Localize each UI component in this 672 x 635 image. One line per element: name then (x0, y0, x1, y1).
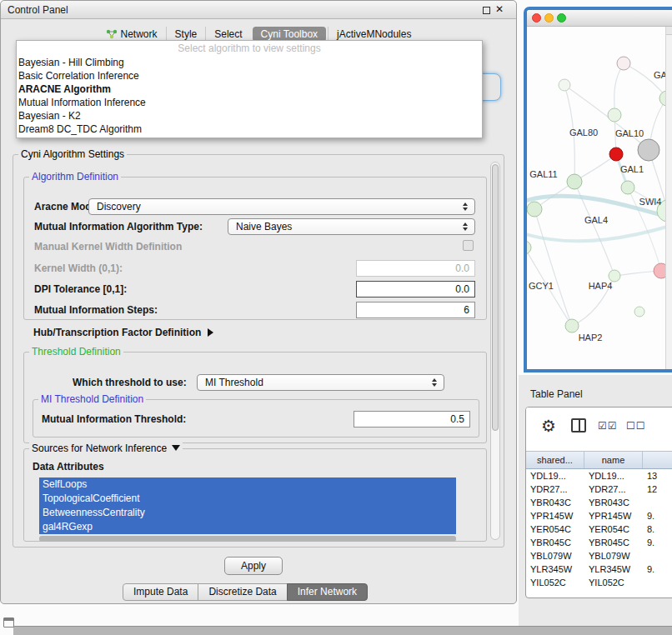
network-node[interactable] (527, 241, 531, 254)
cell-value (643, 549, 672, 562)
data-attributes-list: SelfLoops TopologicalCoefficient Between… (39, 478, 456, 534)
algorithm-option[interactable]: Bayesian - K2 (17, 109, 482, 122)
algorithm-option[interactable]: Basic Correlation Inference (17, 69, 482, 82)
tab-discretize-data[interactable]: Discretize Data (198, 583, 287, 601)
network-edge[interactable] (614, 63, 624, 115)
cell-name: YLR345W (584, 562, 643, 576)
close-icon[interactable]: ✕ (495, 3, 504, 15)
network-window-titlebar[interactable] (527, 10, 672, 27)
list-horizontal-scrollbar[interactable] (39, 536, 456, 542)
network-node[interactable] (634, 307, 644, 317)
column-header-shared-name[interactable]: shared... (526, 452, 584, 468)
table-row[interactable]: YBR045C YBR045C 9. (526, 536, 672, 549)
manual-kernel-checkbox[interactable] (463, 240, 474, 251)
network-node-label: GCY1 (529, 281, 554, 291)
attribute-item-selected[interactable]: BetweennessCentrality (39, 506, 456, 520)
sources-group: Sources for Network Inference Data Attri… (23, 448, 487, 542)
network-node-label: GAL10 (615, 128, 644, 138)
cell-value (643, 496, 672, 509)
columns-icon[interactable] (571, 418, 586, 432)
network-node[interactable] (617, 57, 630, 70)
mi-threshold-label: Mutual Information Threshold: (42, 413, 186, 425)
algorithm-option[interactable]: Mutual Information Inference (17, 96, 482, 109)
bottom-divider-bar[interactable] (13, 626, 672, 635)
algorithm-option[interactable]: Dream8 DC_TDC Algorithm (17, 122, 482, 136)
mi-steps-input[interactable]: 6 (356, 302, 475, 318)
combo-arrows-icon (459, 202, 472, 211)
cell-shared-name: YPR145W (526, 509, 584, 522)
hub-definition-toggle[interactable]: Hub/Transcription Factor Definition (33, 327, 213, 338)
network-node[interactable] (621, 181, 634, 194)
mi-steps-label: Mutual Information Steps: (34, 304, 158, 316)
algorithm-definition-group: Algorithm Definition Aracne Mode: Discov… (23, 177, 487, 320)
panel-restore-icon[interactable] (3, 618, 14, 628)
tab-label: Style (175, 28, 198, 40)
mi-threshold-input[interactable]: 0.5 (354, 411, 470, 428)
tab-impute-data[interactable]: Impute Data (123, 583, 198, 601)
attribute-item-selected[interactable]: SelfLoops (39, 478, 456, 492)
sources-toggle[interactable]: Sources for Network Inference (29, 442, 183, 454)
table-row[interactable]: YPR145W YPR145W 9. (526, 509, 672, 522)
network-node[interactable] (527, 202, 542, 217)
table-row[interactable]: YBL079W YBL079W (526, 549, 672, 562)
apply-button[interactable]: Apply (224, 557, 283, 575)
mac-minimize-button[interactable] (544, 13, 554, 22)
column-header-partial[interactable] (643, 452, 672, 468)
attribute-item-selected[interactable]: TopologicalCoefficient (39, 492, 456, 506)
deselect-all-icon[interactable]: ☐☐ (626, 420, 646, 432)
tab-infer-network[interactable]: Infer Network (287, 583, 368, 601)
mi-algorithm-type-select[interactable]: Naive Bayes (228, 218, 475, 235)
kernel-width-label: Kernel Width (0,1): (34, 262, 123, 274)
network-edge[interactable] (564, 85, 649, 150)
network-edge[interactable] (534, 209, 572, 326)
network-node-label: GAL4 (584, 215, 608, 225)
settings-scrollbar-thumb[interactable] (492, 164, 499, 431)
algorithm-option[interactable]: ARACNE Algorithm (17, 82, 482, 96)
data-attributes-label: Data Attributes (33, 461, 104, 472)
dpi-tolerance-input[interactable]: 0.0 (356, 281, 475, 298)
network-node[interactable] (608, 108, 621, 122)
table-row[interactable]: YDL19... YDL19... 13 (526, 469, 672, 482)
aracne-mode-select[interactable]: Discovery (88, 198, 475, 215)
combo-arrows-icon (459, 222, 472, 231)
network-node[interactable] (638, 139, 659, 161)
mac-zoom-button[interactable] (557, 13, 566, 22)
network-node[interactable] (567, 174, 582, 189)
kernel-width-input[interactable]: 0.0 (356, 260, 475, 277)
control-panel-titlebar[interactable]: Control Panel ✕ (1, 1, 516, 19)
select-all-icon[interactable]: ☑☑ (598, 420, 618, 432)
which-threshold-label: Which threshold to use: (73, 377, 187, 388)
algorithm-option[interactable]: Bayesian - Hill Climbing (17, 56, 482, 69)
table-row[interactable]: YER054C YER054C 8. (526, 522, 672, 536)
column-header-name[interactable]: name (584, 452, 643, 468)
cell-value: 9. (643, 536, 672, 549)
settings-scrollbar[interactable] (490, 162, 500, 540)
algorithm-placeholder: Select algorithm to view settings (17, 42, 482, 56)
network-node-label: GAL80 (569, 128, 598, 138)
dpi-tolerance-label: DPI Tolerance [0,1]: (34, 283, 127, 295)
table-row[interactable]: YLR345W YLR345W 9. (526, 562, 672, 576)
network-canvas[interactable]: GAL7GAL80GAL10GAL11GAL1SWI4GAL4GCY1HAP4Y… (527, 27, 672, 369)
float-icon[interactable] (483, 7, 490, 14)
mi-type-label: Mutual Information Algorithm Type: (34, 221, 203, 232)
attribute-item-selected[interactable]: gal4RGexp (39, 520, 456, 534)
threshold-definition-group: Threshold Definition Which threshold to … (23, 352, 487, 443)
mac-close-button[interactable] (532, 13, 541, 22)
network-node[interactable] (609, 270, 620, 282)
network-node[interactable] (559, 79, 570, 91)
cell-shared-name: YBR045C (526, 536, 584, 549)
cell-name: YER054C (584, 522, 643, 536)
table-row[interactable]: YDR27... YDR27... 12 (526, 482, 672, 496)
network-scrollbar[interactable] (665, 27, 672, 369)
gear-icon[interactable]: ⚙ (541, 416, 556, 436)
table-row[interactable]: YBR043C YBR043C (526, 496, 672, 509)
which-threshold-select[interactable]: MI Threshold (197, 374, 444, 391)
network-edge[interactable] (624, 63, 667, 98)
network-node[interactable] (609, 148, 623, 161)
tab-label: jActiveMNodules (337, 28, 411, 40)
screen: Control Panel ✕ Network Style Sel (0, 0, 672, 635)
scroll-arrow-box[interactable] (666, 27, 672, 35)
table-row[interactable]: YIL052C YIL052C (526, 576, 672, 589)
network-view-window[interactable]: GAL7GAL80GAL10GAL11GAL1SWI4GAL4GCY1HAP4Y… (524, 7, 672, 372)
network-node[interactable] (565, 319, 579, 332)
